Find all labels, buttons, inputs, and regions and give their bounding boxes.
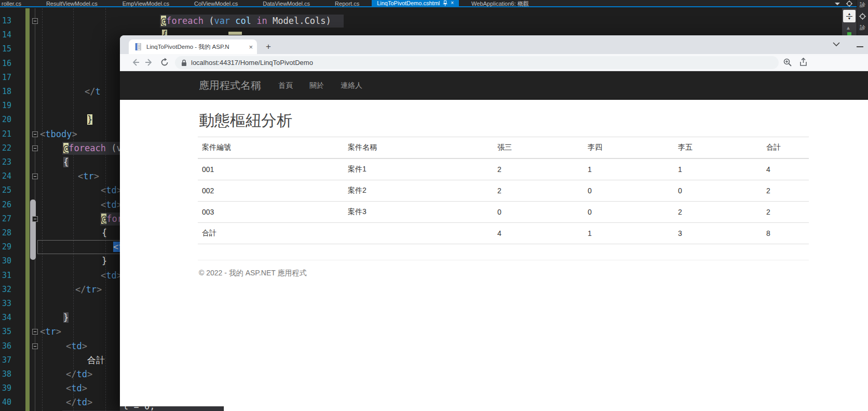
code-text: 合計: [87, 353, 105, 367]
page-favicon: [135, 43, 142, 50]
code-token: td: [71, 383, 82, 393]
code-token: tbody: [45, 129, 72, 139]
code-token: var: [214, 16, 230, 26]
code-token: col: [235, 16, 251, 26]
code-token: }: [102, 256, 107, 266]
lock-icon[interactable]: [181, 59, 187, 67]
vs-tab-resultviewmodel-cs[interactable]: ResultViewModel.cs: [34, 0, 110, 6]
code-token: Model.Cols): [273, 16, 331, 26]
table-cell: 4: [493, 223, 584, 244]
code-text: @foreach (v: [63, 141, 122, 155]
fold-collapse-icon[interactable]: [32, 343, 38, 349]
code-token: <: [66, 341, 71, 351]
nav-link[interactable]: 首頁: [270, 71, 301, 100]
chevron-down-icon[interactable]: [832, 42, 840, 47]
code-text: </td>: [66, 395, 92, 409]
table-cell: 0: [584, 202, 674, 223]
table-column-header: 案件名稱: [344, 137, 493, 159]
code-token: tr: [86, 284, 96, 295]
code-token: }: [63, 312, 69, 323]
page-container: 動態樞紐分析 案件編號案件名稱張三李四李五合計 001案件12114002案件2…: [198, 100, 809, 278]
code-text: </tr>: [75, 283, 102, 297]
table-cell: 4: [762, 158, 809, 180]
table-row: 合計4138: [198, 223, 809, 244]
fold-collapse-icon[interactable]: [32, 145, 38, 151]
code-token: <: [66, 383, 71, 393]
vs-tab-dataviewmodel-cs[interactable]: DataViewModel.cs: [250, 0, 322, 6]
browser-tab[interactable]: LinqToPivotDemo - 我的 ASP.N ×: [129, 39, 257, 54]
vs-tab-colviewmodel-cs[interactable]: ColViewModel.cs: [182, 0, 250, 6]
code-token: </: [85, 86, 95, 97]
reload-icon[interactable]: [160, 58, 169, 67]
code-token: (: [204, 16, 214, 26]
vs-tab-webapplication6-[interactable]: WebApplication6: 概觀: [459, 0, 541, 6]
nav-link[interactable]: 關於: [301, 71, 332, 100]
table-cell: 0: [584, 180, 674, 202]
code-token: t: [95, 86, 100, 97]
nav-link[interactable]: 連絡人: [332, 71, 371, 100]
fold-collapse-icon[interactable]: [32, 174, 38, 179]
tool-window-icon[interactable]: 診: [860, 1, 865, 9]
code-text: }: [102, 254, 107, 268]
gear-icon[interactable]: [846, 1, 852, 7]
code-token: [267, 16, 273, 26]
fold-collapse-icon[interactable]: [32, 216, 38, 222]
code-token: td: [106, 185, 116, 195]
back-icon[interactable]: [131, 58, 140, 67]
code-token: }: [87, 114, 92, 125]
zoom-icon[interactable]: [783, 58, 792, 67]
code-token: td: [76, 397, 87, 407]
code-text: </t: [85, 85, 101, 99]
new-tab-button[interactable]: +: [261, 39, 276, 54]
vs-tab-report-cs[interactable]: Report.cs: [322, 0, 372, 6]
code-line-13[interactable]: @foreach (var col in Model.Cols): [0, 14, 868, 28]
close-icon[interactable]: ×: [249, 43, 253, 51]
code-token: tr: [45, 326, 56, 337]
vs-tab-label: ColViewModel.cs: [194, 1, 238, 7]
code-token: >: [97, 284, 102, 295]
pin-icon[interactable]: [443, 1, 447, 6]
vs-tab-empviewmodel-cs[interactable]: EmpViewModel.cs: [110, 0, 182, 6]
forward-icon[interactable]: [144, 58, 154, 67]
code-token: >: [82, 383, 87, 393]
scrollbar-up-arrow[interactable]: ▲: [846, 25, 851, 31]
table-cell: 8: [762, 223, 809, 244]
table-cell: 1: [584, 158, 674, 180]
code-token: >: [87, 397, 92, 407]
vs-tab-linqtopivotdemo-cshtml[interactable]: LinqToPivotDemo.cshtml×: [372, 0, 459, 6]
share-icon[interactable]: [798, 58, 808, 67]
navbar-brand[interactable]: 應用程式名稱: [199, 71, 261, 100]
vs-tab-label: WebApplication6: 概觀: [471, 1, 528, 7]
close-icon[interactable]: ×: [451, 0, 454, 7]
minimize-icon[interactable]: [857, 46, 863, 47]
code-token: <: [101, 185, 106, 195]
code-token: </: [75, 284, 86, 295]
vs-tab-label: ResultViewModel.cs: [46, 1, 98, 7]
split-window-handle[interactable]: ▲▼: [843, 10, 856, 22]
vs-tab-bar-controls: [835, 0, 852, 7]
browser-tab-title: LinqToPivotDemo - 我的 ASP.N: [146, 43, 246, 51]
chevron-down-icon[interactable]: [835, 3, 840, 5]
code-token: {: [102, 228, 107, 238]
table-cell: 003: [198, 202, 344, 223]
code-text: </td>: [66, 367, 92, 381]
address-bar[interactable]: localhost:44317/Home/LinqToPivotDemo: [175, 56, 779, 69]
table-cell: 案件3: [344, 202, 493, 223]
page-title: 動態樞紐分析: [199, 110, 809, 131]
code-text: <td>: [66, 381, 87, 395]
fold-collapse-icon[interactable]: [32, 18, 38, 24]
gear-icon[interactable]: [859, 13, 866, 20]
table-column-header: 李五: [674, 137, 762, 159]
code-token: <: [40, 326, 45, 337]
fold-collapse-icon[interactable]: [32, 329, 38, 335]
footer-divider: [198, 260, 809, 260]
vs-tab-label: Report.cs: [335, 1, 359, 7]
code-token: td: [106, 200, 116, 210]
tool-window-icon[interactable]: 診: [860, 24, 865, 32]
url-text: localhost:44317/Home/LinqToPivotDemo: [191, 59, 313, 67]
vs-tab-roller-cs[interactable]: roller.cs: [0, 0, 34, 6]
clipped-code-text: l = 0;: [123, 406, 155, 411]
fold-collapse-icon[interactable]: [32, 131, 38, 137]
code-token: >: [56, 326, 61, 337]
table-cell: 1: [674, 158, 762, 180]
